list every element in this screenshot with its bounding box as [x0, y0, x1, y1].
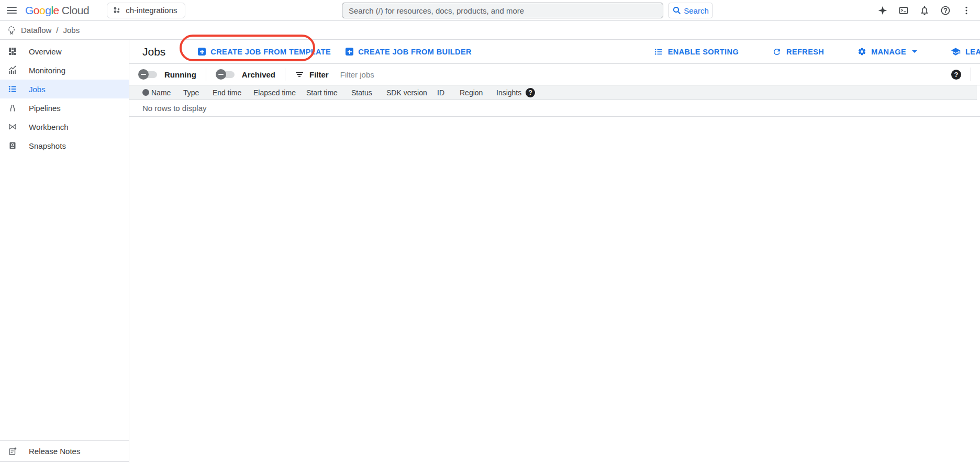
page-title: Jobs	[142, 46, 165, 58]
snapshots-icon	[8, 141, 17, 150]
sidebar-item-snapshots[interactable]: Snapshots	[0, 136, 129, 155]
sidebar-item-workbench[interactable]: Workbench	[0, 117, 129, 136]
search-button[interactable]: Search	[668, 3, 713, 18]
running-toggle-label: Running	[164, 70, 196, 79]
create-job-from-template-button[interactable]: CREATE JOB FROM TEMPLATE	[198, 48, 331, 56]
google-cloud-logo: Google Cloud	[25, 4, 89, 17]
more-vert-icon[interactable]	[961, 5, 972, 16]
enable-sorting-label: ENABLE SORTING	[668, 48, 739, 56]
breadcrumb: Dataflow / Jobs	[0, 21, 980, 40]
archived-toggle-label: Archived	[242, 70, 275, 79]
cloud-shell-icon[interactable]	[898, 5, 909, 16]
column-header-start-time[interactable]: Start time	[306, 89, 351, 97]
learn-button[interactable]: LEARN	[951, 47, 980, 57]
logo-letter: G	[25, 4, 34, 17]
filter-label: Filter	[309, 70, 329, 79]
help-icon[interactable]	[940, 5, 951, 16]
plus-box-icon	[346, 48, 353, 56]
dataflow-icon	[7, 26, 16, 35]
breadcrumb-separator: /	[56, 26, 58, 35]
sort-list-icon	[654, 47, 663, 57]
menu-icon[interactable]	[0, 0, 23, 21]
search-icon	[672, 6, 682, 15]
archived-toggle[interactable]	[216, 69, 236, 80]
global-search[interactable]	[342, 3, 663, 18]
sidebar-item-overview[interactable]: Overview	[0, 42, 129, 61]
project-selector[interactable]: ch-integrations	[107, 3, 185, 18]
divider	[971, 68, 971, 81]
breadcrumb-product[interactable]: Dataflow	[21, 26, 51, 35]
filter-jobs-input[interactable]: Filter jobs	[340, 70, 374, 79]
sidebar-item-label: Snapshots	[29, 141, 66, 150]
manage-label: MANAGE	[871, 48, 906, 56]
filter-bar: Running Archived Filter Filter jobs ?	[129, 64, 980, 85]
hamburger-bars	[7, 5, 17, 16]
breadcrumb-page[interactable]: Jobs	[63, 26, 80, 35]
monitoring-icon	[8, 65, 17, 75]
column-header-end-time[interactable]: End time	[213, 89, 253, 97]
create-job-from-template-label: CREATE JOB FROM TEMPLATE	[210, 48, 331, 56]
create-job-from-builder-button[interactable]: CREATE JOB FROM BUILDER	[346, 48, 472, 56]
search-button-label: Search	[684, 6, 709, 15]
sidebar-item-pipelines[interactable]: Pipelines	[0, 98, 129, 117]
column-header-insights[interactable]: Insights ?	[496, 88, 535, 97]
sidebar-item-label: Jobs	[29, 85, 46, 94]
sidebar-item-label: Monitoring	[29, 66, 65, 75]
divider	[285, 68, 285, 81]
enable-sorting-button[interactable]: ENABLE SORTING	[654, 47, 739, 57]
logo-letter: o	[39, 4, 45, 17]
plus-box-icon	[198, 48, 206, 56]
notifications-icon[interactable]	[919, 5, 930, 16]
search-input[interactable]	[349, 6, 656, 15]
project-icon	[113, 6, 121, 15]
sidebar-item-label: Overview	[29, 47, 62, 56]
gemini-icon[interactable]	[877, 5, 888, 16]
logo-letter: e	[53, 4, 59, 17]
running-toggle[interactable]	[138, 69, 158, 80]
create-job-from-builder-label: CREATE JOB FROM BUILDER	[358, 48, 472, 56]
empty-table-message: No rows to display	[129, 100, 980, 117]
pipelines-icon	[8, 103, 17, 113]
filter-icon	[295, 70, 304, 79]
refresh-icon	[772, 47, 782, 57]
gear-icon	[858, 47, 866, 56]
logo-cloud-text: Cloud	[62, 4, 89, 17]
column-header-status[interactable]: Status	[351, 89, 386, 97]
jobs-toolbar: Jobs CREATE JOB FROM TEMPLATE CREATE JOB…	[129, 40, 980, 64]
sidebar-item-monitoring[interactable]: Monitoring	[0, 61, 129, 80]
sidebar-footer: Release Notes	[0, 440, 129, 462]
filter-help-icon[interactable]: ?	[951, 70, 961, 80]
divider	[206, 68, 206, 81]
workbench-icon	[8, 122, 17, 131]
manage-button[interactable]: MANAGE	[858, 47, 917, 56]
refresh-button[interactable]: REFRESH	[772, 47, 824, 57]
jobs-table-header: Name Type End time Elapsed time Start ti…	[129, 85, 977, 100]
status-dot-icon	[142, 89, 149, 96]
sidebar-item-release-notes[interactable]: Release Notes	[0, 441, 129, 461]
column-header-id[interactable]: ID	[437, 89, 460, 97]
sidebar-item-label: Release Notes	[29, 447, 80, 456]
column-header-type[interactable]: Type	[183, 89, 213, 97]
chevron-down-icon	[912, 50, 917, 53]
logo-letter: o	[34, 4, 39, 17]
column-header-sdk-version[interactable]: SDK version	[386, 89, 437, 97]
learn-label: LEARN	[965, 48, 980, 56]
toggle-knob	[138, 69, 149, 80]
app-header: Google Cloud ch-integrations Search	[0, 0, 980, 21]
no-rows-text: No rows to display	[142, 104, 207, 113]
sidebar-item-label: Pipelines	[29, 104, 61, 113]
main-content: Jobs CREATE JOB FROM TEMPLATE CREATE JOB…	[129, 40, 980, 463]
jobs-list-icon	[8, 84, 17, 94]
column-header-elapsed-time[interactable]: Elapsed time	[253, 89, 306, 97]
header-icons	[877, 0, 972, 21]
column-header-region[interactable]: Region	[460, 89, 496, 97]
column-header-name[interactable]: Name	[151, 89, 183, 97]
sidebar-item-label: Workbench	[29, 123, 69, 131]
overview-icon	[8, 47, 17, 56]
graduation-cap-icon	[951, 47, 961, 57]
insights-help-icon[interactable]: ?	[526, 88, 535, 97]
refresh-label: REFRESH	[786, 48, 824, 56]
release-notes-icon	[8, 447, 17, 456]
sidebar-item-jobs[interactable]: Jobs	[0, 80, 129, 98]
project-name: ch-integrations	[126, 6, 177, 15]
